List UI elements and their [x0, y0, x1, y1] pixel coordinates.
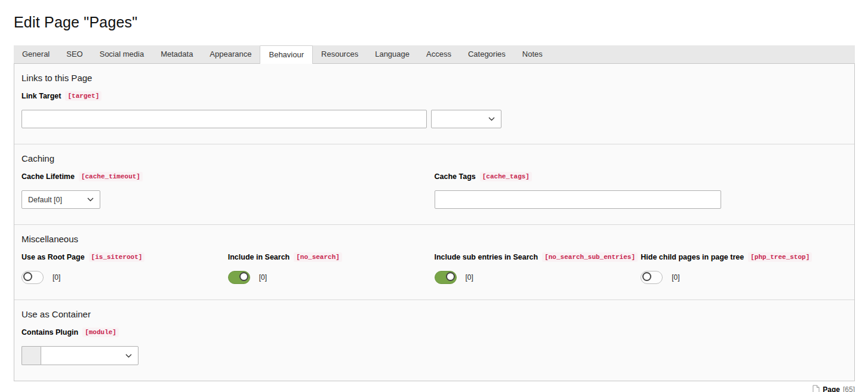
field-key: [target] [65, 91, 101, 101]
tab-access[interactable]: Access [418, 45, 460, 63]
toggle-knob [642, 272, 651, 281]
label-text: Contains Plugin [21, 328, 78, 337]
cache-tags-column: Cache Tags [cache_tags] [435, 172, 848, 209]
selected-plugin-icon-box [21, 346, 41, 365]
chevron-down-icon [125, 354, 132, 358]
toggle-value: [0] [466, 273, 473, 282]
record-footer: Page [65] [0, 381, 868, 392]
toggle-knob [239, 272, 248, 281]
record-uid: [65] [843, 385, 855, 392]
field-label-cache-lifetime: Cache Lifetime [cache_timeout] [21, 172, 435, 181]
section-use-as-container: Use as Container Contains Plugin [module… [14, 300, 854, 381]
field-label-php-tree-stop: Hide child pages in page tree [php_tree_… [641, 252, 847, 262]
tab-behaviour[interactable]: Behaviour [260, 45, 313, 64]
section-miscellaneous: Miscellaneous Use as Root Page [is_siter… [14, 224, 854, 300]
toggle-column-include-sub-entries: Include sub entries in Search [no_search… [435, 252, 641, 284]
toggle-value: [0] [53, 273, 60, 282]
link-target-select[interactable] [431, 110, 501, 128]
cache-lifetime-column: Cache Lifetime [cache_timeout] Default [… [21, 172, 435, 209]
tab-resources[interactable]: Resources [313, 45, 367, 63]
toggle-value: [0] [672, 273, 679, 282]
field-label-no-search-sub-entries: Include sub entries in Search [no_search… [435, 252, 641, 262]
label-text: Hide child pages in page tree [641, 253, 744, 261]
field-label-link-target: Link Target [target] [21, 91, 847, 101]
section-heading: Caching [21, 153, 847, 163]
field-key: [module] [82, 328, 119, 337]
page-icon [812, 385, 820, 392]
field-key: [cache_tags] [480, 172, 532, 181]
link-target-input[interactable] [21, 110, 427, 128]
label-text: Cache Lifetime [21, 172, 75, 181]
contains-plugin-select[interactable] [41, 346, 138, 365]
toggle-value: [0] [259, 273, 267, 282]
chevron-down-icon [87, 197, 94, 202]
field-key: [is_siteroot] [89, 252, 145, 262]
label-text: Include in Search [228, 253, 290, 261]
field-key: [no_search] [294, 252, 342, 262]
include-in-search-toggle[interactable] [228, 271, 250, 284]
toggle-column-use-as-root-page: Use as Root Page [is_siteroot] [0] [21, 252, 228, 284]
cache-lifetime-select[interactable]: Default [0] [21, 190, 100, 209]
include-sub-entries-toggle[interactable] [435, 271, 457, 284]
tab-language[interactable]: Language [367, 45, 418, 63]
toggle-knob [23, 272, 32, 281]
tab-notes[interactable]: Notes [514, 45, 551, 63]
toggle-column-include-in-search: Include in Search [no_search] [0] [228, 252, 435, 284]
field-label-no-search: Include in Search [no_search] [228, 252, 435, 262]
field-key: [cache_timeout] [79, 172, 143, 181]
section-heading: Links to this Page [21, 73, 847, 83]
toggle-column-hide-child-pages: Hide child pages in page tree [php_tree_… [641, 252, 847, 284]
section-caching: Caching Cache Lifetime [cache_timeout] D… [14, 144, 854, 224]
field-label-contains-plugin: Contains Plugin [module] [21, 328, 847, 337]
field-label-cache-tags: Cache Tags [cache_tags] [435, 172, 848, 181]
form-tabbar: General SEO Social media Metadata Appear… [14, 45, 855, 63]
section-heading: Miscellaneous [21, 234, 847, 244]
label-text: Include sub entries in Search [435, 253, 538, 261]
tab-categories[interactable]: Categories [460, 45, 514, 63]
tab-panel-behaviour: Links to this Page Link Target [target] … [14, 63, 855, 381]
page-title: Edit Page "Pages" [14, 14, 855, 31]
record-type-label: Page [823, 385, 840, 392]
chevron-down-icon [488, 117, 495, 121]
hide-child-pages-toggle[interactable] [641, 271, 663, 284]
section-heading: Use as Container [21, 309, 847, 319]
field-key: [php_tree_stop] [748, 252, 812, 262]
edit-form-page: Edit Page "Pages" General SEO Social med… [0, 14, 868, 381]
label-text: Link Target [21, 92, 61, 100]
tab-metadata[interactable]: Metadata [152, 45, 201, 63]
label-text: Cache Tags [435, 172, 476, 181]
toggle-knob [446, 272, 455, 281]
tab-seo[interactable]: SEO [58, 45, 91, 63]
field-label-is-siteroot: Use as Root Page [is_siteroot] [21, 252, 228, 262]
use-as-root-page-toggle[interactable] [21, 271, 44, 284]
tab-social-media[interactable]: Social media [91, 45, 152, 63]
tab-general[interactable]: General [14, 45, 58, 63]
label-text: Use as Root Page [21, 253, 85, 261]
cache-tags-input[interactable] [435, 190, 721, 209]
field-key: [no_search_sub_entries] [542, 252, 638, 262]
tab-appearance[interactable]: Appearance [201, 45, 260, 63]
select-value: Default [0] [28, 196, 62, 204]
section-links-to-this-page: Links to this Page Link Target [target] [14, 64, 854, 144]
